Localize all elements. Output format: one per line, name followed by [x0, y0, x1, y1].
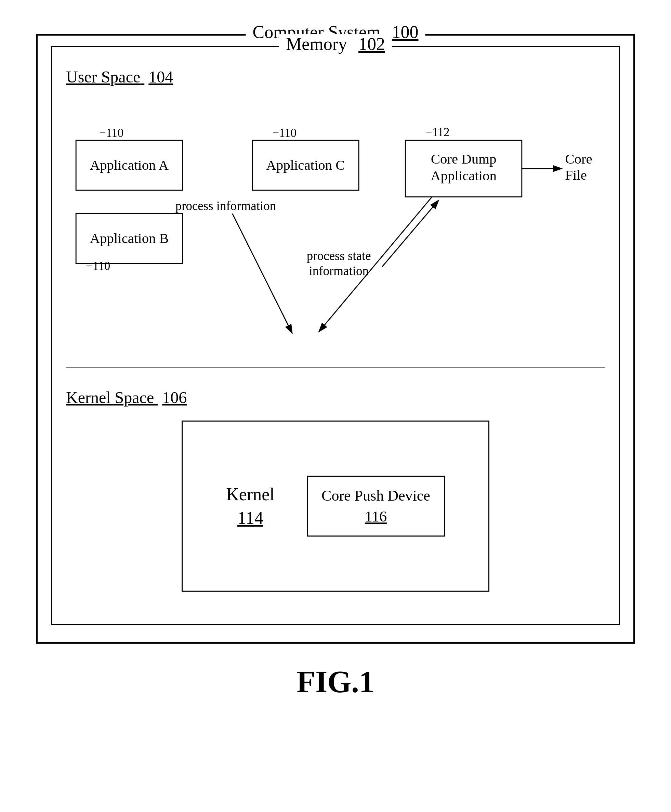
kernel-space-ref: 106	[162, 388, 187, 406]
svg-text:Application: Application	[431, 168, 497, 183]
svg-text:Application A: Application A	[90, 157, 169, 173]
memory-ref: 102	[358, 34, 385, 54]
fig-text: FIG.1	[296, 665, 375, 699]
kernel-inner-box: Kernel 114 Core Push Device 116	[182, 421, 489, 592]
kernel-label: Kernel	[226, 484, 274, 504]
svg-text:File: File	[565, 167, 587, 183]
svg-line-17	[232, 213, 292, 333]
computer-system-ref: 100	[392, 22, 419, 42]
core-push-device-box: Core Push Device 116	[307, 476, 445, 537]
user-space-label: User Space 104	[66, 67, 173, 86]
kernel-space-title: Kernel Space	[66, 388, 154, 406]
memory-label: Memory 102	[279, 34, 392, 54]
user-space-title: User Space	[66, 68, 140, 86]
user-space-ref: 104	[148, 68, 173, 86]
svg-text:Application B: Application B	[90, 230, 169, 246]
svg-text:process state: process state	[307, 249, 371, 263]
kernel-label-block: Kernel 114	[226, 484, 274, 528]
diagram-svg: Application A −110 Application B −110 Ap…	[66, 110, 605, 367]
fig-label: FIG.1	[296, 664, 375, 699]
svg-text:−110: −110	[99, 126, 123, 140]
svg-line-21	[382, 200, 438, 267]
svg-text:Core: Core	[565, 151, 592, 167]
svg-text:process information: process information	[175, 199, 276, 213]
kernel-ref: 114	[226, 508, 274, 528]
core-push-device-ref: 116	[322, 508, 430, 525]
kernel-space-label: Kernel Space 106	[66, 388, 187, 407]
svg-text:Application C: Application C	[266, 157, 345, 173]
page: Computer System 100 Memory 102 User Spac…	[0, 0, 671, 812]
computer-system-box: Computer System 100 Memory 102 User Spac…	[36, 34, 635, 644]
svg-text:−112: −112	[426, 126, 450, 139]
svg-text:Core Dump: Core Dump	[431, 151, 497, 167]
memory-box: Memory 102 User Space 104 Application	[51, 46, 620, 625]
svg-text:information: information	[309, 264, 368, 278]
core-push-device-label: Core Push Device	[322, 487, 430, 504]
memory-title: Memory	[286, 34, 347, 54]
user-space-diagram: Application A −110 Application B −110 Ap…	[66, 110, 605, 367]
svg-text:−110: −110	[272, 126, 296, 140]
svg-text:−110: −110	[86, 259, 110, 273]
kernel-space: Kernel Space 106 Kernel 114 Core Push De…	[66, 367, 605, 607]
